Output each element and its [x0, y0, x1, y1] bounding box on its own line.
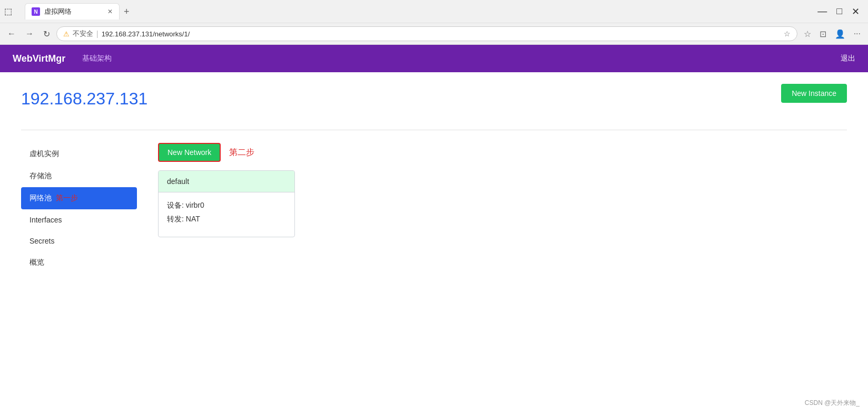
security-warning-icon: ⚠	[63, 30, 70, 38]
close-button[interactable]: ✕	[847, 4, 864, 20]
app-header: WebVirtMgr 基础架构 退出	[0, 45, 868, 72]
url-display: 192.168.237.131/networks/1/	[102, 30, 781, 38]
network-device: 设备: virbr0	[167, 201, 286, 210]
sidebar-item-interfaces[interactable]: Interfaces	[21, 209, 137, 230]
sidebar-item-network[interactable]: 网络池 第一步	[21, 187, 137, 209]
network-card-body: 设备: virbr0 转发: NAT	[159, 192, 294, 237]
bookmark-star-icon[interactable]: ☆	[784, 30, 791, 38]
step2-label: 第二步	[229, 147, 254, 158]
app-logo: WebVirtMgr	[13, 53, 65, 64]
forward-button[interactable]: →	[22, 27, 37, 41]
more-button[interactable]: ···	[851, 27, 864, 41]
page-title: 192.168.237.131	[21, 89, 147, 109]
profile-button[interactable]: 👤	[832, 27, 849, 41]
collections-button[interactable]: ⊡	[816, 27, 830, 41]
new-instance-button[interactable]: New Instance	[781, 84, 847, 103]
network-forward: 转发: NAT	[167, 215, 286, 224]
step1-label: 第一步	[56, 194, 78, 203]
network-name: default	[167, 177, 189, 186]
tab-favicon: N	[32, 7, 40, 16]
logout-button[interactable]: 退出	[841, 54, 855, 63]
address-bar[interactable]: ⚠ 不安全 | 192.168.237.131/networks/1/ ☆	[56, 26, 797, 41]
nav-infrastructure[interactable]: 基础架构	[78, 52, 116, 65]
sidebar: 虚机实例 存储池 网络池 第一步 Interfaces Secrets 概览	[21, 143, 137, 274]
content-area: 虚机实例 存储池 网络池 第一步 Interfaces Secrets 概览	[21, 143, 847, 274]
refresh-button[interactable]: ↻	[40, 27, 53, 41]
sidebar-item-storage[interactable]: 存储池	[21, 165, 137, 187]
security-warning-label: 不安全	[73, 29, 93, 38]
back-button[interactable]: ←	[4, 27, 19, 41]
favorites-button[interactable]: ☆	[801, 27, 814, 41]
main-actions: New Network 第二步	[158, 143, 847, 162]
network-card: default 设备: virbr0 转发: NAT	[158, 170, 295, 237]
square-icon[interactable]: ⬚	[4, 6, 12, 16]
sidebar-item-vm[interactable]: 虚机实例	[21, 143, 137, 165]
minimize-button[interactable]: —	[813, 4, 831, 20]
sidebar-item-secrets[interactable]: Secrets	[21, 230, 137, 251]
new-network-button[interactable]: New Network	[158, 143, 221, 162]
url-separator: |	[96, 30, 98, 38]
network-card-header[interactable]: default	[159, 171, 294, 192]
tab-label: 虚拟网络	[44, 7, 103, 16]
new-tab-button[interactable]: +	[120, 4, 134, 20]
page-divider	[21, 130, 847, 130]
page-content: 192.168.237.131 New Instance 虚机实例 存储池 网络…	[0, 72, 868, 291]
active-tab[interactable]: N 虚拟网络 ✕	[25, 3, 120, 20]
maximize-button[interactable]: □	[832, 4, 846, 20]
sidebar-item-overview[interactable]: 概览	[21, 251, 137, 274]
tab-close-button[interactable]: ✕	[107, 8, 113, 15]
main-panel: New Network 第二步 default 设备: virbr0 转发: N…	[137, 143, 847, 274]
